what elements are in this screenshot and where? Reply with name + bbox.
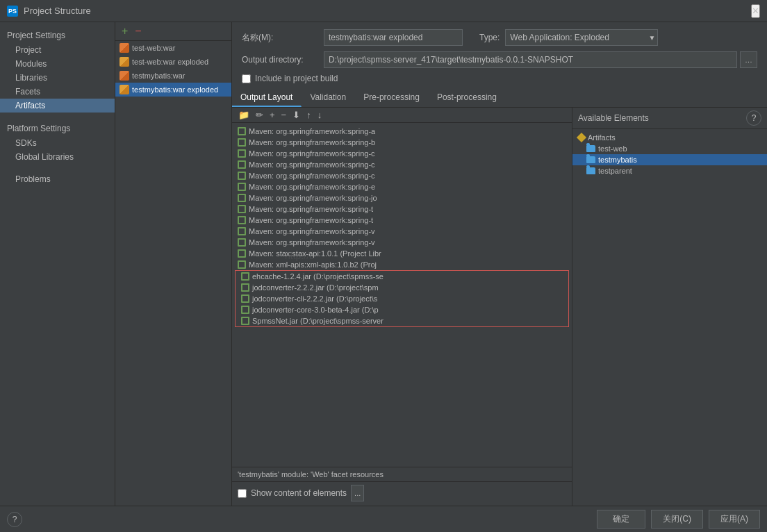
jar-icon — [241, 317, 249, 325]
close-button[interactable]: × — [751, 4, 760, 18]
tree-item[interactable]: Maven: org.springframework:spring-jo — [232, 192, 572, 203]
artifact-item-test-web-war[interactable]: test-web:war — [115, 41, 231, 55]
tree-item-highlighted[interactable]: jodconverter-2.2.2.jar (D:\project\spm — [236, 282, 568, 293]
tree-item-label: Maven: stax:stax-api:1.0.1 (Project Libr — [249, 249, 381, 258]
name-input[interactable] — [324, 29, 463, 46]
red-selection-group: ehcache-1.2.4.jar (D:\project\spmss-se j… — [235, 270, 569, 327]
tree-item[interactable]: Maven: org.springframework:spring-t — [232, 203, 572, 215]
artifact-list: test-web:war test-web:war exploded testm… — [115, 41, 231, 506]
browse-button[interactable]: … — [740, 51, 757, 68]
tree-item-label: Maven: org.springframework:spring-c — [249, 172, 375, 180]
sidebar-item-artifacts[interactable]: Artifacts — [0, 99, 115, 113]
output-toolbar-btn1[interactable]: 📁 — [236, 110, 251, 120]
tree-item-label: jodconverter-2.2.2.jar (D:\project\spm — [252, 283, 379, 292]
sidebar-item-libraries[interactable]: Libraries — [0, 71, 115, 85]
tree-item[interactable]: Maven: org.springframework:spring-c — [232, 148, 572, 159]
tree-item-label: Maven: org.springframework:spring-v — [249, 238, 375, 247]
artifact-label: test-web:war — [132, 44, 175, 52]
tree-item-highlighted[interactable]: ehcache-1.2.4.jar (D:\project\spmss-se — [236, 271, 568, 282]
avail-item-label: testparent — [598, 167, 632, 175]
help-button[interactable]: ? — [7, 512, 22, 527]
tree-item-label: Maven: org.springframework:spring-e — [249, 183, 375, 191]
sidebar-item-modules[interactable]: Modules — [0, 57, 115, 71]
bottom-note: 'testmybatis' module: 'Web' facet resour… — [232, 467, 572, 481]
output-dir-input[interactable] — [324, 51, 737, 68]
tree-item[interactable]: Maven: xml-apis:xml-apis:1.0.b2 (Proj — [232, 259, 572, 270]
sidebar-section-project-settings: Project Settings — [0, 28, 115, 43]
tree-item[interactable]: Maven: org.springframework:spring-c — [232, 159, 572, 170]
avail-item-label: Artifacts — [588, 133, 616, 142]
confirm-button[interactable]: 确定 — [597, 510, 645, 529]
sidebar-section-platform-settings: Platform Settings — [0, 121, 115, 136]
bottom-checkbox-row: Show content of elements ... — [232, 481, 572, 506]
tree-item[interactable]: Maven: org.springframework:spring-e — [232, 181, 572, 192]
sidebar-item-project[interactable]: Project — [0, 43, 115, 57]
add-artifact-button[interactable]: + — [119, 25, 130, 38]
tree-item[interactable]: Maven: org.springframework:spring-a — [232, 126, 572, 137]
tabs-row: Output Layout Validation Pre-processing … — [232, 89, 767, 108]
output-toolbar-btn2[interactable]: ✏ — [254, 110, 265, 120]
tree-item-label: SpmssNet.jar (D:\project\spmss-server — [252, 317, 384, 325]
available-elements-title: Available Elements — [578, 113, 649, 123]
artifact-config: 名称(M): Type: Web Application: Exploded ▼… — [232, 22, 767, 89]
tab-output-layout[interactable]: Output Layout — [232, 89, 302, 107]
tree-item-label: Maven: org.springframework:spring-t — [249, 205, 373, 213]
output-toolbar: 📁 ✏ + − ⬇ ↑ ↓ — [232, 108, 572, 123]
avail-item-test-web[interactable]: test-web — [572, 143, 767, 154]
add-element-btn[interactable]: + — [267, 110, 277, 120]
artifact-item-testmybatis-war[interactable]: testmybatis:war — [115, 69, 231, 83]
tab-pre-processing[interactable]: Pre-processing — [355, 89, 429, 107]
artifact-item-test-web-war-exploded[interactable]: test-web:war exploded — [115, 55, 231, 69]
available-elements-panel: Available Elements ? Artifacts test-web — [572, 108, 767, 506]
include-label: Include in project build — [255, 74, 338, 83]
tab-validation[interactable]: Validation — [302, 89, 355, 107]
output-layout: 📁 ✏ + − ⬇ ↑ ↓ Maven: org.springframework… — [232, 108, 767, 506]
sidebar-item-global-libraries[interactable]: Global Libraries — [0, 150, 115, 164]
avail-item-testparent[interactable]: testparent — [572, 165, 767, 176]
jar-icon — [238, 227, 246, 235]
war-icon — [119, 71, 129, 81]
tree-item[interactable]: Maven: org.springframework:spring-v — [232, 237, 572, 248]
output-dir-row: … — [324, 51, 757, 68]
tree-item-label: Maven: org.springframework:spring-v — [249, 227, 375, 235]
available-elements-header: Available Elements ? — [572, 108, 767, 129]
tree-item-highlighted[interactable]: SpmssNet.jar (D:\project\spmss-server — [236, 315, 568, 326]
include-checkbox[interactable] — [242, 74, 251, 83]
apply-button[interactable]: 应用(A) — [709, 510, 760, 529]
tree-item[interactable]: Maven: org.springframework:spring-b — [232, 137, 572, 148]
tab-post-processing[interactable]: Post-processing — [429, 89, 506, 107]
move-up-btn[interactable]: ↑ — [304, 110, 313, 120]
folder-icon — [586, 167, 595, 174]
title-bar: PS Project Structure × — [0, 0, 767, 22]
avail-item-testmybatis[interactable]: testmybatis — [572, 154, 767, 165]
artifact-item-testmybatis-war-exploded[interactable]: testmybatis:war exploded — [115, 83, 231, 97]
jar-icon — [241, 283, 249, 292]
tree-item[interactable]: Maven: org.springframework:spring-t — [232, 215, 572, 226]
close-dialog-button[interactable]: 关闭(C) — [651, 510, 703, 529]
tree-item-label: ehcache-1.2.4.jar (D:\project\spmss-se — [252, 272, 384, 281]
move-down-btn[interactable]: ↓ — [315, 110, 324, 120]
tree-item[interactable]: Maven: org.springframework:spring-c — [232, 170, 572, 181]
move-into-btn[interactable]: ⬇ — [290, 110, 302, 120]
jar-icon — [238, 138, 246, 147]
tree-item-label: Maven: org.springframework:spring-b — [249, 138, 375, 147]
sidebar-item-sdks[interactable]: SDKs — [0, 136, 115, 150]
tree-item-highlighted[interactable]: jodconverter-core-3.0-beta-4.jar (D:\p — [236, 304, 568, 315]
jar-icon — [238, 205, 246, 213]
jar-icon — [238, 183, 246, 191]
remove-element-btn[interactable]: − — [279, 110, 289, 120]
avail-item-artifacts[interactable]: Artifacts — [572, 132, 767, 143]
show-content-checkbox[interactable] — [238, 489, 247, 498]
remove-artifact-button[interactable]: − — [133, 25, 143, 38]
tree-item[interactable]: Maven: org.springframework:spring-v — [232, 226, 572, 237]
type-dropdown[interactable]: Web Application: Exploded — [505, 29, 658, 46]
sidebar-item-facets[interactable]: Facets — [0, 85, 115, 99]
tree-item-highlighted[interactable]: jodconverter-cli-2.2.2.jar (D:\project\s — [236, 293, 568, 304]
show-content-more-btn[interactable]: ... — [351, 485, 364, 501]
available-elements-help-btn[interactable]: ? — [746, 110, 761, 126]
artifact-panel: + − test-web:war test-web:war exploded t… — [115, 22, 232, 506]
app-icon: PS — [7, 6, 18, 17]
war-exploded-icon — [119, 85, 129, 94]
tree-item[interactable]: Maven: stax:stax-api:1.0.1 (Project Libr — [232, 248, 572, 259]
sidebar-item-problems[interactable]: Problems — [0, 172, 115, 186]
